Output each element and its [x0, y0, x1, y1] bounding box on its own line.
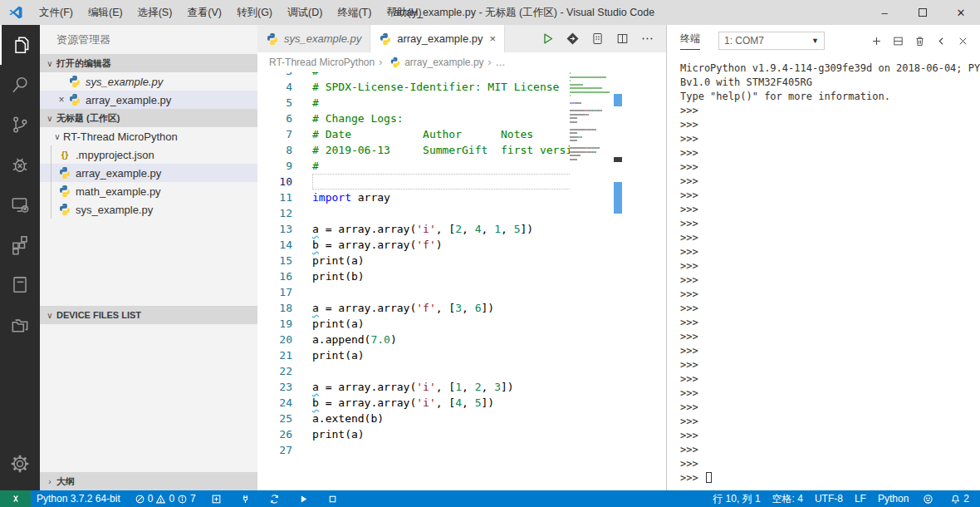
line-number[interactable]: 8 [257, 142, 292, 158]
code-line[interactable]: 25a.extend(b) [257, 411, 656, 426]
problems-indicator[interactable]: 0 0 7 [126, 490, 202, 507]
split-terminal-button[interactable] [887, 30, 909, 52]
line-number[interactable]: 24 [257, 395, 292, 411]
close-window-button[interactable]: ✕ [942, 0, 980, 25]
explorer-icon[interactable] [0, 25, 40, 65]
line-number[interactable]: 6 [257, 111, 292, 126]
line-number[interactable]: 27 [257, 442, 292, 458]
close-panel-button[interactable] [952, 30, 973, 52]
notes-icon[interactable] [0, 264, 40, 304]
search-icon[interactable] [0, 65, 40, 105]
code-line[interactable]: 24b = array.array('i', [4, 5]) [257, 395, 656, 411]
workspace-header[interactable]: ∨ 无标题 (工作区) [40, 109, 257, 127]
eol-setting[interactable]: LF [849, 490, 872, 507]
cursor-position[interactable]: 行 10, 列 1 [707, 490, 766, 507]
line-number[interactable]: 5 [257, 95, 292, 111]
notifications-bell[interactable]: 2 [942, 490, 975, 507]
overview-ruler[interactable] [613, 47, 623, 490]
line-number[interactable]: 4 [257, 79, 292, 95]
line-number[interactable]: 25 [257, 411, 292, 426]
tree-file-item[interactable]: array_example.py [40, 164, 257, 182]
folders-icon[interactable] [0, 304, 40, 344]
code-line[interactable]: 22 [257, 363, 656, 379]
line-number[interactable]: 22 [257, 363, 292, 379]
minimize-button[interactable]: – [865, 0, 904, 25]
line-number[interactable]: 20 [257, 332, 292, 347]
line-number[interactable]: 7 [257, 126, 292, 142]
tree-file-item[interactable]: sys_example.py [40, 200, 257, 219]
line-number[interactable]: 26 [257, 426, 292, 442]
binary-file-button[interactable] [585, 25, 610, 52]
line-number[interactable]: 19 [257, 316, 292, 332]
language-mode[interactable]: Python [872, 490, 914, 507]
breadcrumb-item[interactable]: array_example.py [404, 57, 483, 68]
remote-indicator[interactable] [0, 490, 31, 507]
stop-button[interactable] [318, 490, 347, 507]
boxed-plus-button[interactable] [202, 490, 231, 507]
line-number[interactable]: 11 [257, 190, 292, 205]
code-line[interactable]: 14b = array.array('f') [257, 237, 656, 253]
code-line[interactable]: 27 [257, 442, 656, 458]
code-line[interactable]: 21print(a) [257, 347, 656, 363]
menu-item-6[interactable]: 终端(T) [330, 0, 379, 25]
menu-item-3[interactable]: 查看(V) [179, 0, 229, 25]
breadcrumb-item[interactable]: RT-Thread MicroPython [269, 57, 375, 68]
collapse-panel-button[interactable] [930, 30, 952, 52]
feedback-smiley[interactable] [914, 490, 942, 507]
tree-folder-root[interactable]: ∨RT-Thread MicroPython [40, 127, 257, 145]
menu-item-0[interactable]: 文件(F) [32, 0, 81, 25]
maximize-button[interactable] [904, 0, 942, 25]
line-number[interactable]: 16 [257, 268, 292, 284]
editor-tab[interactable]: array_example.py× [370, 25, 505, 52]
line-number[interactable]: 17 [257, 284, 292, 300]
code-line[interactable]: 17 [257, 284, 656, 300]
code-line[interactable]: 15print(a) [257, 253, 656, 268]
code-line[interactable]: 20a.append(7.0) [257, 332, 656, 347]
close-icon[interactable]: × [55, 94, 68, 106]
line-number[interactable]: 23 [257, 379, 292, 395]
menu-item-2[interactable]: 选择(S) [130, 0, 180, 25]
code-line[interactable]: 16print(b) [257, 268, 656, 284]
menu-item-5[interactable]: 调试(D) [280, 0, 330, 25]
line-number[interactable]: 13 [257, 221, 292, 237]
terminal-tab[interactable]: 终端 [680, 32, 700, 50]
kill-terminal-button[interactable] [909, 30, 930, 52]
line-number[interactable]: 15 [257, 253, 292, 268]
minimap[interactable] [570, 72, 613, 239]
code-line[interactable]: 23a = array.array('i', [1, 2, 3]) [257, 379, 656, 395]
more-actions-button[interactable] [635, 25, 659, 52]
extensions-icon[interactable] [0, 224, 40, 264]
device-monitor-icon[interactable] [0, 185, 40, 224]
encoding-setting[interactable]: UTF-8 [809, 490, 849, 507]
terminal-selector-dropdown[interactable]: 1: COM7 ▼ [718, 32, 825, 50]
line-number[interactable]: 14 [257, 237, 292, 253]
plug-button[interactable] [231, 490, 260, 507]
run-file-button[interactable] [535, 25, 560, 52]
line-number[interactable]: 12 [257, 205, 292, 221]
code-line[interactable]: 26print(a) [257, 426, 656, 442]
debug-icon[interactable] [0, 145, 40, 185]
outline-header[interactable]: › 大纲 [40, 472, 257, 490]
menu-item-1[interactable]: 编辑(E) [81, 0, 130, 25]
code-line[interactable]: 18a = array.array('f', [3, 6]) [257, 300, 656, 316]
open-editor-item[interactable]: sys_example.py [40, 72, 257, 91]
line-number[interactable]: 21 [257, 347, 292, 363]
sync-button[interactable] [260, 490, 289, 507]
open-editor-item[interactable]: ×array_example.py [40, 91, 257, 109]
close-icon[interactable]: × [490, 32, 497, 45]
tree-file-item[interactable]: {}.mpyproject.json [40, 145, 257, 164]
tree-file-item[interactable]: math_example.py [40, 182, 257, 200]
terminal-output[interactable]: MicroPython v1.9.4-114-g309fe39d on 2018… [667, 57, 980, 485]
line-number[interactable]: 10 [257, 174, 292, 190]
breadcrumb-item[interactable]: … [496, 57, 506, 68]
indentation-setting[interactable]: 空格: 4 [767, 490, 809, 507]
menu-item-4[interactable]: 转到(G) [229, 0, 280, 25]
code-line[interactable]: 19print(a) [257, 316, 656, 332]
line-number[interactable]: 3 [257, 72, 292, 79]
new-terminal-button[interactable] [865, 30, 887, 52]
python-interpreter[interactable]: Python 3.7.2 64-bit [31, 490, 126, 507]
run-button[interactable] [289, 490, 318, 507]
device-files-list-header[interactable]: ∨ DEVICE FILES LIST [40, 306, 257, 324]
settings-gear-icon[interactable] [0, 444, 40, 484]
open-editors-header[interactable]: ∨ 打开的编辑器 [40, 54, 257, 72]
